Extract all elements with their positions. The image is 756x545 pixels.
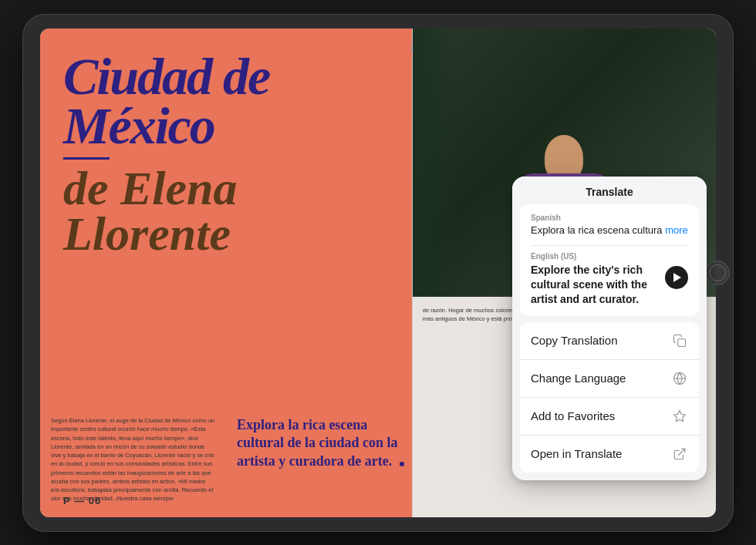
translation-section: Spanish Explora la rica escena cultura m… (520, 204, 699, 316)
dot (410, 48, 413, 50)
popup-title: Translate (512, 177, 707, 204)
translation-divider (531, 245, 688, 246)
magazine-title: Ciudad de México de Elena Llorente (40, 29, 412, 257)
target-language-label: English (US) (531, 252, 688, 261)
source-language-label: Spanish (531, 214, 688, 222)
dot (410, 44, 413, 46)
home-button[interactable] (705, 261, 730, 285)
page-number: P — 06 (63, 495, 101, 506)
copy-icon (671, 332, 688, 349)
title-de-elena: de Elena (63, 166, 389, 211)
add-to-favorites-label: Add to Favorites (531, 409, 615, 422)
highlighted-quote: Explora la rica escena cultural de la ci… (237, 416, 401, 470)
translate-popup: Translate Spanish Explora la rica escena… (512, 177, 707, 480)
ipad-frame: Ciudad de México de Elena Llorente Según… (23, 15, 733, 531)
left-page: Ciudad de México de Elena Llorente Según… (40, 29, 412, 517)
magazine-content: Ciudad de México de Elena Llorente Según… (40, 29, 716, 517)
title-ciudad: Ciudad de (63, 52, 389, 102)
play-button[interactable] (665, 266, 688, 289)
change-language-label: Change Language (531, 372, 626, 385)
title-llorente: Llorente (63, 211, 389, 257)
translate-icon (671, 370, 688, 387)
star-icon (671, 408, 688, 425)
highlighted-text-block: Explora la rica escena cultural de la ci… (226, 407, 412, 517)
change-language-item[interactable]: Change Language (520, 360, 699, 398)
more-link[interactable]: more (665, 224, 688, 236)
home-button-ring (709, 264, 726, 281)
title-divider (63, 157, 110, 160)
page-divider (412, 29, 413, 517)
add-to-favorites-item[interactable]: Add to Favorites (520, 398, 699, 436)
target-text: Explore the city's rich cultural scene w… (531, 263, 665, 307)
open-in-translate-label: Open in Translate (531, 447, 622, 460)
title-de-mexico: México (63, 101, 389, 151)
svg-marker-3 (674, 410, 686, 421)
translation-content-row: Explore the city's rich cultural scene w… (531, 263, 688, 307)
open-in-translate-item[interactable]: Open in Translate (520, 436, 699, 473)
source-text: Explora la rica escena cultura more (531, 224, 688, 237)
svg-rect-0 (678, 338, 686, 346)
copy-translation-item[interactable]: Copy Translation (520, 322, 699, 360)
external-link-icon (671, 446, 688, 463)
play-icon (673, 273, 681, 282)
plant-decoration (412, 29, 458, 298)
divider-dots (410, 44, 413, 50)
popup-actions: Copy Translation Change Language (520, 322, 699, 473)
copy-translation-label: Copy Translation (531, 334, 618, 347)
svg-line-4 (679, 449, 685, 455)
highlight-dot (400, 462, 404, 466)
ipad-screen: Ciudad de México de Elena Llorente Según… (40, 29, 716, 517)
